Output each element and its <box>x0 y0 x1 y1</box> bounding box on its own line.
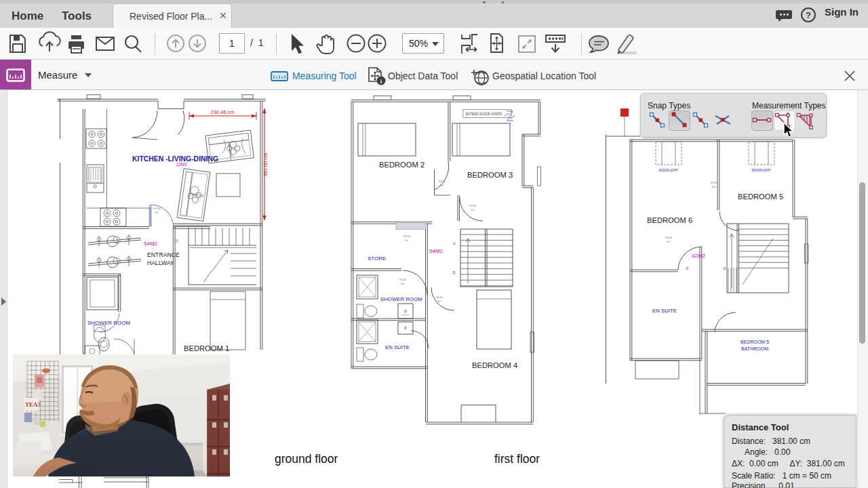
svg-text:BEDROOM 1: BEDROOM 1 <box>184 344 229 352</box>
svg-text:SHOWER ROOM: SHOWER ROOM <box>87 320 130 326</box>
svg-text:BEDROOM 5: BEDROOM 5 <box>738 192 783 201</box>
svg-text:FD30: FD30 <box>436 296 443 299</box>
svg-text:BEDROOM 4: BEDROOM 4 <box>472 361 517 369</box>
svg-text:D: D <box>724 267 726 270</box>
svg-text:230.46 cm: 230.46 cm <box>210 109 234 115</box>
svg-text:381.00 cm: 381.00 cm <box>262 152 269 176</box>
svg-text:22M2: 22M2 <box>176 162 188 167</box>
svg-text:SC: SC <box>405 239 409 242</box>
svg-text:STORE: STORE <box>368 256 386 262</box>
svg-text:?: ? <box>806 10 811 20</box>
svg-text:U: U <box>176 239 178 243</box>
svg-text:BEDROOM 2: BEDROOM 2 <box>379 161 425 169</box>
svg-text:FD30: FD30 <box>469 204 477 207</box>
svg-text:EXTEND FLOOR JOISTS: EXTEND FLOOR JOISTS <box>466 113 502 116</box>
svg-text:KITCHEN -LIVING-DINING: KITCHEN -LIVING-DINING <box>132 155 218 163</box>
svg-text:U: U <box>453 241 456 245</box>
svg-text:54M2: 54M2 <box>144 241 158 247</box>
svg-text:first floor: first floor <box>494 452 540 466</box>
svg-text:SC: SC <box>471 208 475 211</box>
svg-text:FD30: FD30 <box>399 278 407 281</box>
svg-text:EN SUITE: EN SUITE <box>652 308 677 314</box>
svg-text:FD30: FD30 <box>439 180 446 183</box>
svg-text:ground floor: ground floor <box>275 452 338 466</box>
svg-text:BEDROOM 5: BEDROOM 5 <box>741 340 769 344</box>
svg-text:BEDROOM 3: BEDROOM 3 <box>467 171 513 179</box>
svg-text:ROOFLIGHT: ROOFLIGHT <box>752 169 771 172</box>
svg-text:ROOFLIGHT: ROOFLIGHT <box>659 169 678 172</box>
svg-text:FD30: FD30 <box>403 235 411 238</box>
svg-text:SC: SC <box>440 184 444 187</box>
svg-text:FD30: FD30 <box>711 181 718 184</box>
svg-text:SC: SC <box>437 300 441 303</box>
svg-text:FD30: FD30 <box>665 236 673 239</box>
svg-text:EN SUITE: EN SUITE <box>385 344 410 350</box>
svg-text:SC: SC <box>155 211 159 214</box>
svg-text:FD30: FD30 <box>153 207 161 210</box>
svg-text:BATHROOM: BATHROOM <box>741 346 768 351</box>
svg-text:SHOWER ROOM: SHOWER ROOM <box>380 296 422 302</box>
svg-text:SC: SC <box>667 240 671 243</box>
svg-text:HALLWAY: HALLWAY <box>147 260 174 266</box>
svg-text:42M2: 42M2 <box>692 253 706 259</box>
svg-text:BEDROOM 6: BEDROOM 6 <box>647 216 692 224</box>
svg-text:54M2: 54M2 <box>429 248 443 254</box>
svg-text:D: D <box>453 270 456 274</box>
svg-text:D: D <box>686 267 689 270</box>
svg-text:SC: SC <box>401 282 405 285</box>
svg-text:SC: SC <box>712 185 716 188</box>
